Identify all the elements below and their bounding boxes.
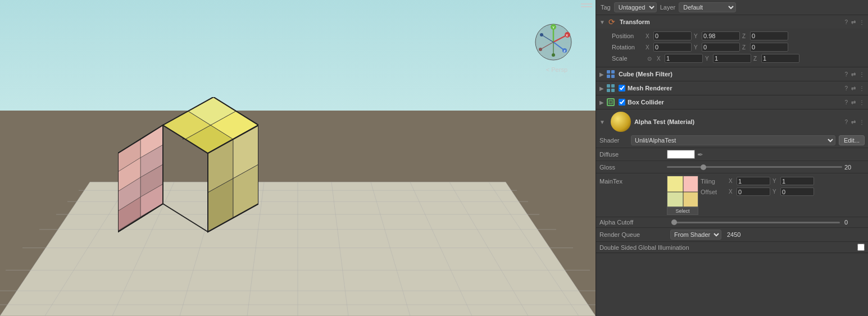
offset-label: Offset [701, 189, 729, 195]
mat-help[interactable]: ? [844, 119, 848, 125]
mesh-renderer-header[interactable]: ▶ Mesh Renderer ? ⇄ ⋮ [596, 81, 868, 95]
shader-edit-button[interactable]: Edit... [839, 135, 865, 145]
svg-rect-76 [611, 89, 615, 92]
svg-rect-70 [611, 70, 615, 74]
tag-select[interactable]: Untagged Respawn Finish [614, 2, 657, 12]
svg-rect-74 [611, 84, 615, 88]
box-collider-component: ▶ Box Collider ? ⇄ ⋮ [596, 95, 868, 109]
render-queue-select[interactable]: From Shader Background Geometry AlphaTes… [670, 230, 721, 240]
tiling-label: Tiling [701, 178, 729, 185]
mf-menu[interactable]: ⋮ [859, 71, 865, 77]
diffuse-color-swatch[interactable] [667, 150, 695, 159]
dsgi-row: Double Sided Global Illumination [596, 241, 868, 253]
box-collider-header[interactable]: ▶ Box Collider ? ⇄ ⋮ [596, 95, 868, 109]
render-queue-label: Render Queue [599, 231, 667, 238]
gloss-value: 20 [667, 164, 865, 171]
layer-select[interactable]: Default TransparentFX Ignore Raycast [679, 2, 736, 12]
alpha-cutoff-row: Alpha Cutoff 0 [596, 217, 868, 227]
eyedropper-icon[interactable]: ✒ [697, 150, 703, 159]
offset-x-input[interactable] [737, 187, 770, 196]
transform-actions: ? ⇄ ⋮ [844, 19, 865, 25]
scale-x-input[interactable] [665, 54, 703, 63]
sky-bg [0, 0, 596, 126]
diffuse-value: ✒ [667, 150, 865, 159]
svg-point-64 [539, 48, 542, 51]
viewport-menu-icon[interactable] [581, 3, 592, 7]
transform-icon: ⟳ [607, 17, 616, 26]
transform-body: Position X Y Z Rotation X Y Z [596, 29, 868, 67]
mesh-filter-header[interactable]: ▶ Cube (Mesh Filter) ? ⇄ ⋮ [596, 67, 868, 81]
svg-rect-69 [607, 70, 610, 74]
box-collider-icon [606, 98, 615, 107]
svg-rect-80 [683, 176, 698, 192]
transform-header[interactable]: ▼ ⟳ Transform ? ⇄ ⋮ [596, 15, 868, 29]
diffuse-row: Diffuse ✒ [596, 148, 868, 161]
svg-rect-72 [611, 75, 615, 78]
mesh-filter-actions: ? ⇄ ⋮ [844, 71, 865, 77]
scale-xyz: ⊙ X Y Z [646, 54, 865, 63]
rot-x-input[interactable] [653, 43, 692, 52]
maintex-row: MainTex [596, 173, 868, 217]
svg-rect-78 [609, 100, 612, 104]
bc-help[interactable]: ? [844, 99, 848, 106]
gloss-label: Gloss [599, 164, 667, 171]
cube-3d [118, 97, 258, 260]
shader-label: Shader [599, 137, 628, 144]
mesh-filter-component: ▶ Cube (Mesh Filter) ? ⇄ ⋮ [596, 67, 868, 81]
pos-z-input[interactable] [750, 31, 788, 40]
mesh-renderer-checkbox[interactable] [619, 85, 625, 91]
mat-menu[interactable]: ⋮ [859, 119, 865, 125]
transform-menu[interactable]: ⋮ [859, 19, 865, 25]
pos-y-input[interactable] [702, 31, 740, 40]
dsgi-label: Double Sided Global Illumination [599, 244, 854, 251]
mf-settings[interactable]: ⇄ [851, 71, 856, 77]
gizmo: Y X Z [534, 22, 573, 62]
transform-component: ▼ ⟳ Transform ? ⇄ ⋮ Position X Y Z [596, 15, 868, 67]
mf-help[interactable]: ? [844, 71, 848, 77]
svg-rect-71 [607, 75, 610, 78]
floor-grid [0, 126, 596, 316]
position-row: Position X Y Z [612, 31, 865, 41]
offset-y-input[interactable] [780, 187, 814, 196]
scale-y-input[interactable] [713, 54, 751, 63]
bc-menu[interactable]: ⋮ [859, 99, 865, 106]
texture-select-button[interactable]: Select [667, 207, 698, 215]
tag-layer-row: Tag Untagged Respawn Finish Layer Defaul… [596, 0, 868, 15]
svg-rect-73 [607, 84, 610, 88]
alpha-cutoff-value: 0 [844, 219, 865, 226]
mr-help[interactable]: ? [844, 85, 848, 91]
scale-label: Scale [612, 55, 646, 62]
box-collider-arrow: ▶ [599, 99, 604, 106]
material-arrow[interactable]: ▼ [599, 119, 605, 125]
rot-y-input[interactable] [702, 43, 740, 52]
shader-select[interactable]: Unlit/AlphaTest Unlit/Texture Standard [631, 135, 835, 145]
svg-line-51 [163, 204, 208, 232]
tiling-x-input[interactable] [737, 177, 770, 185]
maintex-thumb[interactable] [667, 176, 698, 207]
box-collider-title: Box Collider [628, 99, 844, 106]
offset-x-label: X [729, 189, 734, 195]
box-collider-checkbox[interactable] [619, 99, 625, 106]
svg-point-68 [540, 33, 543, 36]
transform-settings[interactable]: ⇄ [851, 19, 856, 25]
alpha-cutoff-slider[interactable] [671, 222, 840, 223]
svg-rect-81 [667, 192, 683, 207]
rot-z-input[interactable] [750, 43, 788, 52]
svg-text:X: X [566, 34, 568, 37]
transform-help[interactable]: ? [844, 19, 848, 25]
position-xyz: X Y Z [646, 31, 865, 40]
svg-rect-82 [683, 192, 698, 207]
bc-settings[interactable]: ⇄ [851, 99, 856, 106]
gloss-slider[interactable] [667, 166, 842, 168]
scale-z-input[interactable] [761, 54, 799, 63]
mesh-renderer-component: ▶ Mesh Renderer ? ⇄ ⋮ [596, 81, 868, 95]
mat-settings[interactable]: ⇄ [851, 119, 856, 125]
mr-menu[interactable]: ⋮ [859, 85, 865, 91]
svg-text:Y: Y [552, 26, 555, 29]
mr-settings[interactable]: ⇄ [851, 85, 856, 91]
3d-viewport[interactable]: Y X Z < Persp [0, 0, 596, 316]
tiling-y-input[interactable] [780, 177, 814, 185]
pos-x-input[interactable] [653, 31, 692, 40]
pos-z-label: Z [742, 33, 748, 39]
dsgi-checkbox[interactable] [857, 244, 865, 251]
